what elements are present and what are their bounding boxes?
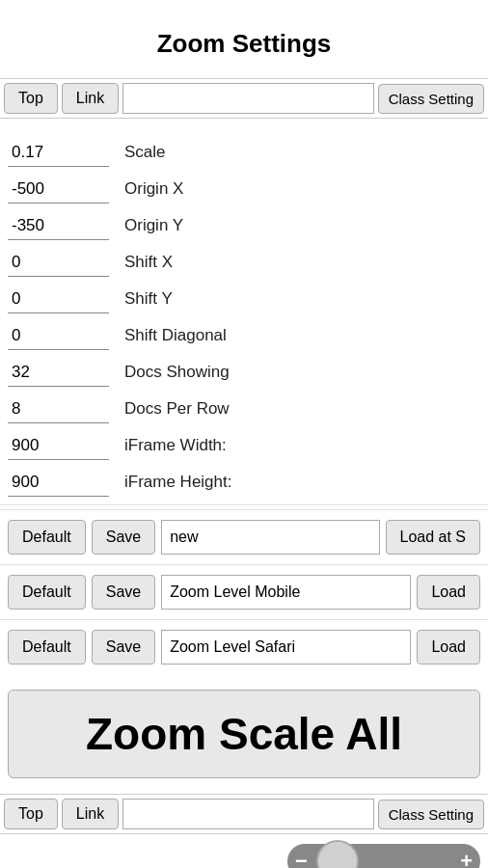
- settings-row: Origin X: [0, 171, 488, 207]
- top-nav-input[interactable]: [122, 83, 373, 114]
- settings-input-9[interactable]: [8, 468, 109, 497]
- action-row-1: Default Save Load: [0, 564, 488, 619]
- settings-row: Docs Per Row: [0, 391, 488, 427]
- settings-input-6[interactable]: [8, 358, 109, 387]
- zoom-scale-all-button[interactable]: Zoom Scale All: [8, 690, 480, 778]
- settings-row: Origin Y: [0, 207, 488, 244]
- settings-input-2[interactable]: [8, 211, 109, 240]
- settings-row: Shift Diagonal: [0, 317, 488, 354]
- settings-input-8[interactable]: [8, 431, 109, 460]
- save-button-2[interactable]: Save: [92, 630, 155, 665]
- divider-1: [0, 504, 488, 505]
- zoom-minus-icon[interactable]: −: [295, 849, 308, 868]
- settings-input-4[interactable]: [8, 285, 109, 313]
- action-input-2[interactable]: [161, 630, 411, 665]
- action-rows: Default Save Load at S Default Save Load…: [0, 509, 488, 674]
- bottom-button-link[interactable]: Link: [62, 799, 119, 829]
- save-button-0[interactable]: Save: [92, 520, 155, 555]
- settings-label-3: Shift X: [117, 244, 488, 281]
- action-row-2: Default Save Load: [0, 619, 488, 674]
- settings-label-0: Scale: [117, 134, 488, 171]
- settings-row: iFrame Width:: [0, 427, 488, 464]
- settings-row: iFrame Height:: [0, 464, 488, 501]
- settings-input-3[interactable]: [8, 248, 109, 277]
- top-button-link[interactable]: Link: [62, 83, 119, 114]
- top-nav-bar: Top Link Class Setting: [0, 78, 488, 119]
- settings-label-6: Docs Showing: [117, 354, 488, 391]
- top-button-top[interactable]: Top: [4, 83, 58, 114]
- save-button-1[interactable]: Save: [92, 575, 155, 610]
- settings-label-7: Docs Per Row: [117, 391, 488, 427]
- zoom-slider-area: − +: [0, 834, 488, 868]
- settings-label-9: iFrame Height:: [117, 464, 488, 501]
- settings-table: Scale Origin X Origin Y Shift X Shift Y …: [0, 134, 488, 501]
- settings-input-0[interactable]: [8, 138, 109, 167]
- default-button-1[interactable]: Default: [8, 575, 86, 610]
- action-input-1[interactable]: [161, 575, 411, 610]
- settings-label-4: Shift Y: [117, 281, 488, 317]
- settings-label-2: Origin Y: [117, 207, 488, 244]
- bottom-class-setting-button[interactable]: Class Setting: [378, 800, 484, 829]
- zoom-slider-track[interactable]: − +: [287, 844, 480, 868]
- settings-label-1: Origin X: [117, 171, 488, 207]
- top-class-setting-button[interactable]: Class Setting: [378, 84, 484, 114]
- settings-input-1[interactable]: [8, 175, 109, 203]
- settings-input-5[interactable]: [8, 321, 109, 350]
- action-row-0: Default Save Load at S: [0, 509, 488, 564]
- bottom-nav-input[interactable]: [122, 799, 373, 829]
- settings-label-5: Shift Diagonal: [117, 317, 488, 354]
- settings-row: Shift X: [0, 244, 488, 281]
- bottom-nav-bar: Top Link Class Setting: [0, 794, 488, 834]
- settings-row: Shift Y: [0, 281, 488, 317]
- default-button-2[interactable]: Default: [8, 630, 86, 665]
- bottom-button-top[interactable]: Top: [4, 799, 58, 829]
- settings-row: Docs Showing: [0, 354, 488, 391]
- settings-row: Scale: [0, 134, 488, 171]
- settings-label-8: iFrame Width:: [117, 427, 488, 464]
- settings-input-7[interactable]: [8, 394, 109, 423]
- load-button-0[interactable]: Load at S: [386, 520, 481, 555]
- load-button-1[interactable]: Load: [417, 575, 480, 610]
- zoom-slider-thumb[interactable]: [316, 840, 359, 868]
- action-input-0[interactable]: [161, 520, 379, 555]
- page-title: Zoom Settings: [0, 0, 488, 78]
- load-button-2[interactable]: Load: [417, 630, 480, 665]
- default-button-0[interactable]: Default: [8, 520, 86, 555]
- zoom-plus-icon[interactable]: +: [460, 849, 473, 868]
